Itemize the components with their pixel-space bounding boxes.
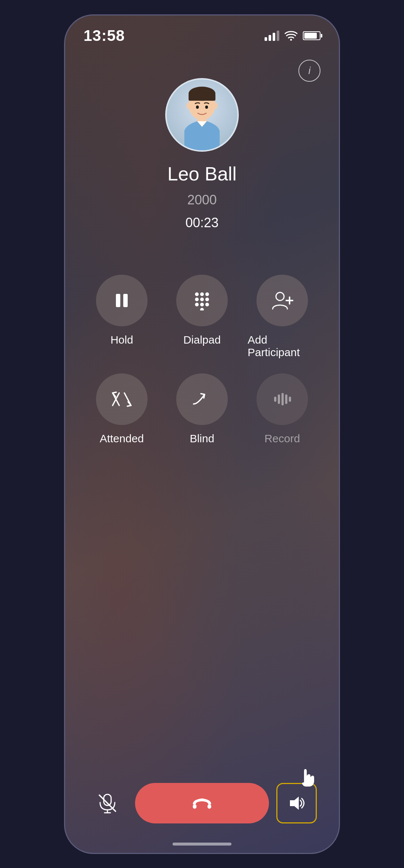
contact-section: Leo Ball 2000 00:23 <box>65 49 339 231</box>
svg-point-16 <box>200 298 204 301</box>
add-participant-icon <box>271 291 293 310</box>
svg-rect-26 <box>278 394 280 404</box>
hold-label: Hold <box>110 334 133 346</box>
svg-rect-25 <box>274 397 276 402</box>
svg-point-12 <box>195 292 199 296</box>
svg-point-22 <box>276 292 284 301</box>
record-icon <box>271 391 293 407</box>
blind-button[interactable]: Blind <box>167 373 237 445</box>
status-icons <box>265 31 320 41</box>
record-circle <box>256 373 308 425</box>
mute-button[interactable] <box>87 783 128 823</box>
wifi-icon <box>284 31 298 41</box>
avatar <box>165 78 239 152</box>
speaker-button[interactable] <box>276 783 317 823</box>
svg-point-9 <box>205 105 208 109</box>
end-call-button[interactable] <box>135 783 269 823</box>
add-participant-button[interactable]: Add Participant <box>248 275 317 359</box>
svg-point-21 <box>200 308 204 310</box>
dialpad-label: Dialpad <box>183 334 221 346</box>
home-indicator <box>173 843 231 846</box>
svg-rect-11 <box>123 294 128 307</box>
mic-icon <box>96 792 118 814</box>
battery-icon <box>303 31 320 40</box>
svg-point-6 <box>213 102 218 109</box>
svg-point-0 <box>290 39 292 41</box>
add-participant-circle <box>256 275 308 326</box>
call-timer: 00:23 <box>185 215 219 231</box>
svg-rect-35 <box>208 804 211 809</box>
status-bar: 13:58 <box>65 15 339 49</box>
attended-circle <box>96 373 148 425</box>
contact-name: Leo Ball <box>167 163 237 185</box>
end-call-icon <box>191 794 213 812</box>
svg-rect-10 <box>116 294 120 307</box>
record-label: Record <box>265 432 300 445</box>
svg-rect-28 <box>285 394 287 404</box>
svg-line-33 <box>99 795 116 811</box>
status-time: 13:58 <box>84 27 125 45</box>
hold-button[interactable]: Hold <box>87 275 156 359</box>
svg-rect-34 <box>193 804 196 809</box>
avatar-image <box>167 80 237 150</box>
dialpad-circle <box>176 275 228 326</box>
svg-point-14 <box>205 292 209 296</box>
dialpad-icon <box>192 291 212 310</box>
svg-marker-36 <box>290 797 299 810</box>
attended-button[interactable]: Attended <box>87 373 156 445</box>
svg-rect-29 <box>289 397 291 402</box>
pause-icon <box>112 291 131 310</box>
signal-icon <box>265 31 279 41</box>
attended-label: Attended <box>100 432 144 445</box>
add-participant-label: Add Participant <box>248 334 317 359</box>
svg-point-8 <box>196 105 199 109</box>
hold-circle <box>96 275 148 326</box>
svg-point-20 <box>205 303 209 306</box>
svg-point-15 <box>195 298 199 301</box>
svg-point-17 <box>205 298 209 301</box>
svg-rect-4 <box>189 94 216 101</box>
dialpad-button[interactable]: Dialpad <box>167 275 237 359</box>
phone-screen: 13:58 i <box>64 14 340 854</box>
record-button[interactable]: Record <box>248 373 317 445</box>
attended-icon <box>111 391 132 408</box>
svg-point-18 <box>195 303 199 306</box>
bottom-bar <box>65 783 339 823</box>
svg-rect-27 <box>281 393 284 405</box>
blind-circle <box>176 373 228 425</box>
svg-point-19 <box>200 303 204 306</box>
svg-point-13 <box>200 292 204 296</box>
blind-icon <box>191 391 213 408</box>
speaker-icon <box>287 794 306 813</box>
svg-point-5 <box>187 102 191 109</box>
blind-label: Blind <box>190 432 215 445</box>
contact-number: 2000 <box>187 192 217 208</box>
actions-grid: Hold Dialpad <box>65 275 339 445</box>
